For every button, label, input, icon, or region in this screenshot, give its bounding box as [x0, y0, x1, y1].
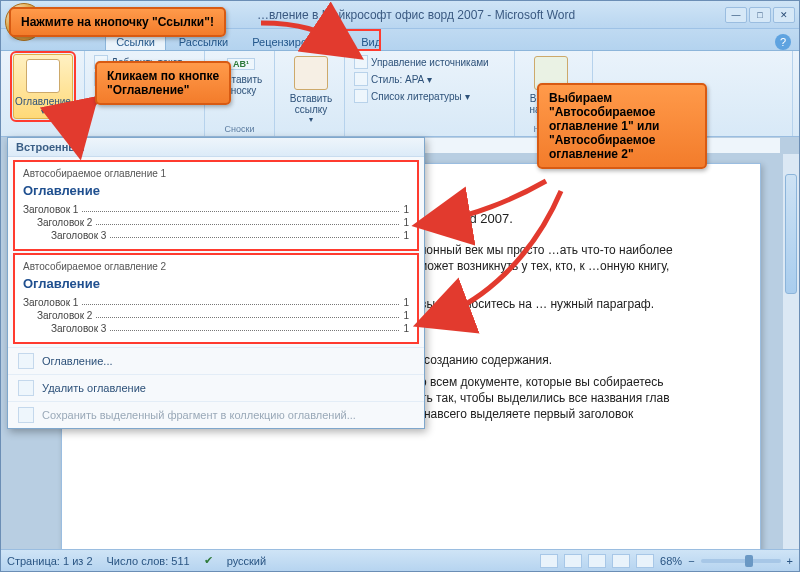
vertical-scrollbar[interactable]: [782, 154, 799, 549]
view-printlayout-button[interactable]: [540, 554, 558, 568]
zoom-slider[interactable]: [701, 559, 781, 563]
view-outline-button[interactable]: [612, 554, 630, 568]
zoom-in-button[interactable]: +: [787, 555, 793, 567]
view-draft-button[interactable]: [636, 554, 654, 568]
manage-sources-button[interactable]: Управление источниками: [351, 54, 508, 70]
status-wordcount[interactable]: Число слов: 511: [107, 555, 190, 567]
toc-option-auto1[interactable]: Автособираемое оглавление 1 Оглавление З…: [14, 161, 418, 250]
toc-remove-item[interactable]: Удалить оглавление: [8, 374, 424, 401]
minimize-button[interactable]: —: [725, 7, 747, 23]
gallery-header: Встроенный: [8, 138, 424, 157]
close-button[interactable]: ✕: [773, 7, 795, 23]
style-icon: [354, 72, 368, 86]
zoom-out-button[interactable]: −: [688, 555, 694, 567]
toc-gallery: Встроенный Автособираемое оглавление 1 О…: [7, 137, 425, 429]
citation-icon: [294, 56, 328, 90]
callout-1: Нажмите на кнопочку "Ссылки"!: [9, 7, 226, 37]
zoom-level[interactable]: 68%: [660, 555, 682, 567]
status-spellcheck-icon[interactable]: ✔: [204, 554, 213, 567]
maximize-button[interactable]: □: [749, 7, 771, 23]
bibliography-button[interactable]: Список литературы ▾: [351, 88, 508, 104]
sources-icon: [354, 55, 368, 69]
status-language[interactable]: русский: [227, 555, 266, 567]
toc-custom-item[interactable]: Оглавление...: [8, 347, 424, 374]
help-icon[interactable]: ?: [775, 34, 791, 50]
toc-save-selection-item: Сохранить выделенный фрагмент в коллекци…: [8, 401, 424, 428]
tab-view[interactable]: Вид: [350, 32, 392, 50]
scrollbar-thumb[interactable]: [785, 174, 797, 294]
callout-3: Выбираем "Автособираемое оглавление 1" и…: [537, 83, 707, 169]
toc-button[interactable]: Оглавление ▾: [13, 54, 73, 119]
toc-button-label: Оглавление: [15, 96, 71, 107]
toc-option-label: Автособираемое оглавление 1: [23, 168, 409, 179]
status-page[interactable]: Страница: 1 из 2: [7, 555, 93, 567]
toc-icon: [18, 353, 34, 369]
chevron-down-icon: ▾: [14, 107, 72, 116]
toc-option-auto2[interactable]: Автособираемое оглавление 2 Оглавление З…: [14, 254, 418, 343]
tab-review[interactable]: Рецензирование: [241, 32, 348, 50]
remove-icon: [18, 380, 34, 396]
save-icon: [18, 407, 34, 423]
toc-option-label: Автособираемое оглавление 2: [23, 261, 409, 272]
footnotes-group-label: Сноски: [205, 124, 274, 134]
bibliography-icon: [354, 89, 368, 103]
footnote-icon: AB¹: [227, 58, 255, 70]
view-web-button[interactable]: [588, 554, 606, 568]
insert-citation-button[interactable]: Вставить ссылку▾: [281, 54, 341, 124]
callout-2: Кликаем по кнопке"Оглавление": [95, 61, 231, 105]
status-bar: Страница: 1 из 2 Число слов: 511 ✔ русск…: [1, 549, 799, 571]
style-dropdown[interactable]: Стиль: APA ▾: [351, 71, 508, 87]
toc-icon: [26, 59, 60, 93]
view-fullscreen-button[interactable]: [564, 554, 582, 568]
